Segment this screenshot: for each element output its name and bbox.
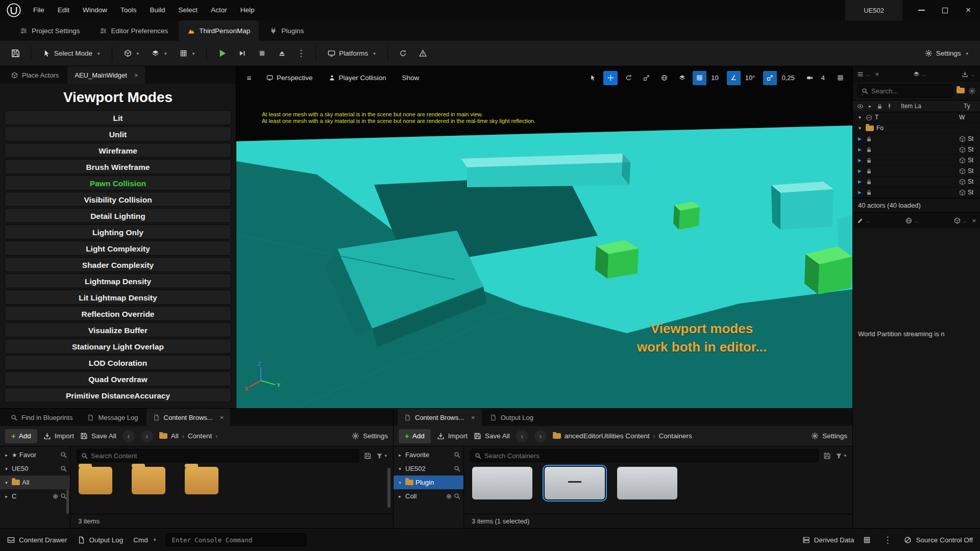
select-mode-dropdown[interactable]: Select Mode ▾ bbox=[38, 45, 105, 62]
show-dropdown[interactable]: Show bbox=[396, 70, 426, 85]
outliner-row[interactable]: ▶St bbox=[853, 155, 980, 166]
tab-editor-preferences[interactable]: Editor Preferences bbox=[91, 20, 177, 41]
platforms-dropdown[interactable]: Platforms ▾ bbox=[323, 45, 380, 62]
cb2-search[interactable] bbox=[470, 449, 819, 462]
angle-snap-icon[interactable]: ∠ bbox=[727, 71, 741, 85]
tab-thirdpersonmap[interactable]: ThirdPersonMap bbox=[179, 20, 259, 41]
import-button[interactable]: Import bbox=[43, 432, 74, 440]
cb2-search-input[interactable] bbox=[484, 452, 814, 460]
outliner-search[interactable] bbox=[857, 84, 953, 97]
import-button[interactable]: Import bbox=[437, 432, 468, 440]
tab-plugins[interactable]: Plugins bbox=[261, 20, 312, 41]
derived-data-button[interactable]: Derived Data bbox=[802, 536, 854, 544]
viewport[interactable]: ≡ Perspective Player Collision Show bbox=[236, 66, 852, 408]
save-search-icon[interactable] bbox=[823, 452, 831, 460]
menu-window[interactable]: Window bbox=[76, 0, 114, 20]
close-icon[interactable]: × bbox=[134, 71, 138, 79]
mode-lit[interactable]: Lit bbox=[5, 110, 231, 125]
sidebar-item-plugin[interactable]: ▾Plugin bbox=[394, 475, 463, 489]
mode-wireframe[interactable]: Wireframe bbox=[5, 143, 231, 158]
world-space-toggle[interactable] bbox=[657, 71, 671, 85]
cb2-settings-dropdown[interactable]: Settings bbox=[811, 432, 847, 440]
expander-icon[interactable]: ▾ bbox=[856, 126, 863, 131]
view-mode-dropdown[interactable]: Player Collision bbox=[323, 70, 393, 85]
save-all-button[interactable]: Save All bbox=[80, 432, 116, 440]
mode-visualize-buffer[interactable]: Visualize Buffer bbox=[5, 322, 231, 337]
cube-icon[interactable] bbox=[954, 217, 961, 224]
outliner-row[interactable]: ▶St bbox=[853, 166, 980, 177]
close-icon[interactable]: × bbox=[220, 414, 224, 421]
unreal-logo-icon[interactable] bbox=[4, 1, 23, 20]
breadcrumb-item[interactable]: Content bbox=[188, 432, 212, 440]
mode-stationary-light-overlap[interactable]: Stationary Light Overlap bbox=[5, 339, 231, 354]
cb1-search-input[interactable] bbox=[91, 452, 355, 460]
frame-skip-button[interactable] bbox=[234, 45, 250, 62]
collision-cube[interactable] bbox=[673, 202, 700, 230]
move-tool[interactable] bbox=[603, 71, 618, 85]
visibility-column-icon[interactable] bbox=[857, 103, 864, 110]
expander-icon[interactable]: ▾ bbox=[3, 466, 10, 471]
sidebar-item-favorite[interactable]: ▸Favorite bbox=[394, 448, 463, 462]
mode-reflection-override[interactable]: Reflection Override bbox=[5, 306, 231, 321]
scale-snap-value[interactable]: 0,25 bbox=[777, 71, 799, 85]
grid-status-icon[interactable] bbox=[863, 536, 871, 544]
breadcrumb-item[interactable]: Containers bbox=[658, 432, 692, 440]
tab-output-log[interactable]: Output Log bbox=[483, 409, 540, 426]
folder-item[interactable] bbox=[185, 467, 218, 494]
add-collection-icon[interactable]: ⊕ bbox=[446, 492, 452, 500]
tab-aeu-mainwidget[interactable]: AEU_MainWidget × bbox=[67, 66, 145, 84]
scrollbar[interactable] bbox=[66, 489, 69, 514]
expander-icon[interactable]: ▸ bbox=[3, 494, 10, 499]
expander-icon[interactable]: ▸ bbox=[397, 453, 403, 458]
mode-brush-wireframe[interactable]: Brush Wireframe bbox=[5, 159, 231, 174]
new-folder-button[interactable] bbox=[957, 86, 965, 95]
collision-cube[interactable] bbox=[804, 246, 852, 294]
add-collection-icon[interactable]: ⊕ bbox=[53, 492, 58, 500]
sidebar-item-ue50[interactable]: ▾UE50 bbox=[0, 462, 70, 475]
scale-snap-icon[interactable] bbox=[763, 71, 777, 85]
expander-icon[interactable]: ▾ bbox=[397, 480, 403, 485]
menu-edit[interactable]: Edit bbox=[51, 0, 76, 20]
save-search-icon[interactable] bbox=[364, 452, 372, 460]
sidebar-item-favor[interactable]: ▸★Favor bbox=[0, 448, 70, 462]
type-column[interactable]: Ty bbox=[964, 103, 976, 110]
filter-button[interactable]: ▾ bbox=[836, 453, 846, 459]
console-input[interactable] bbox=[166, 533, 306, 546]
close-icon[interactable]: × bbox=[875, 70, 879, 78]
scale-tool[interactable] bbox=[639, 71, 653, 85]
asset-item[interactable] bbox=[545, 467, 605, 499]
cb1-settings-dropdown[interactable]: Settings bbox=[352, 432, 388, 440]
menu-build[interactable]: Build bbox=[143, 0, 172, 20]
recompile-button[interactable] bbox=[395, 45, 411, 62]
close-icon[interactable]: × bbox=[972, 217, 976, 224]
scale-snap-control[interactable]: 0,25 bbox=[763, 71, 799, 85]
forward-button[interactable]: › bbox=[141, 430, 153, 442]
menu-select[interactable]: Select bbox=[172, 0, 205, 20]
tab-find-in-blueprints[interactable]: Find in Blueprints bbox=[4, 409, 79, 426]
save-button[interactable] bbox=[7, 45, 23, 62]
menu-tools[interactable]: Tools bbox=[114, 0, 143, 20]
select-column-icon[interactable]: ▸ bbox=[867, 104, 873, 109]
back-button[interactable]: ‹ bbox=[122, 430, 135, 442]
rotate-tool[interactable] bbox=[621, 71, 635, 85]
mode-light-complexity[interactable]: Light Complexity bbox=[5, 241, 231, 256]
settings-dropdown[interactable]: Settings ▾ bbox=[920, 45, 973, 62]
mode-pawn-collision[interactable]: Pawn Collision bbox=[5, 176, 231, 190]
import-icon[interactable] bbox=[962, 71, 968, 78]
mode-lightmap-density[interactable]: Lightmap Density bbox=[5, 273, 231, 288]
cmd-dropdown[interactable]: Cmd ▾ bbox=[133, 536, 156, 544]
mode-lighting-only[interactable]: Lighting Only bbox=[5, 224, 231, 239]
mode-detail-lighting[interactable]: Detail Lighting bbox=[5, 208, 231, 223]
expander-icon[interactable]: ▾ bbox=[856, 115, 863, 120]
alert-button[interactable] bbox=[415, 45, 431, 62]
expander-icon[interactable]: ▶ bbox=[856, 158, 863, 163]
status-kebab-icon[interactable]: ⋮ bbox=[880, 535, 895, 545]
mode-visibility-collision[interactable]: Visibility Collision bbox=[5, 192, 231, 207]
menu-help[interactable]: Help bbox=[234, 0, 261, 20]
expander-icon[interactable]: ▾ bbox=[397, 466, 403, 471]
mode-lit-lightmap-density[interactable]: Lit Lightmap Density bbox=[5, 290, 231, 305]
pin-column-icon[interactable] bbox=[886, 103, 893, 110]
back-button[interactable]: ‹ bbox=[516, 430, 528, 442]
mode-shader-complexity[interactable]: Shader Complexity bbox=[5, 257, 231, 272]
asset-item[interactable] bbox=[472, 467, 532, 499]
